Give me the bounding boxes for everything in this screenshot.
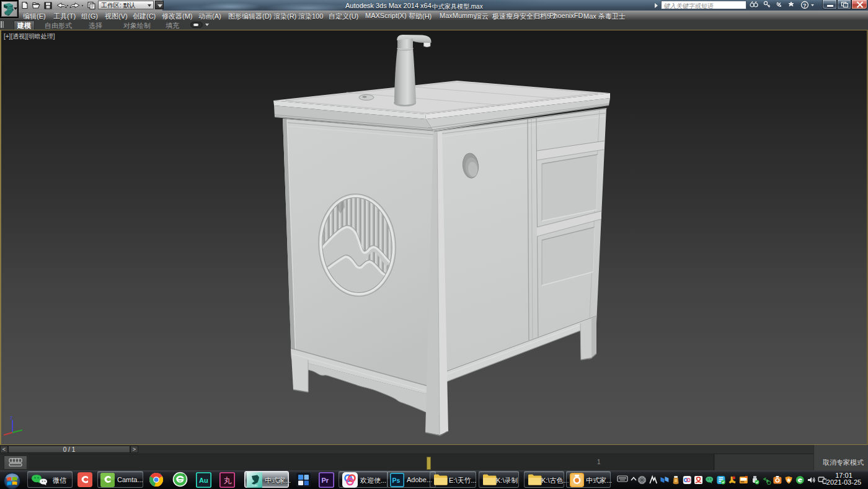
svg-text:?: ? <box>803 2 807 9</box>
svg-text:Au: Au <box>199 477 208 484</box>
svg-text:z: z <box>10 415 13 421</box>
svg-text:Pr: Pr <box>322 477 329 484</box>
svg-text:max: max <box>252 483 258 487</box>
svg-text:Ps: Ps <box>392 477 401 484</box>
svg-text:丸: 丸 <box>224 476 232 485</box>
